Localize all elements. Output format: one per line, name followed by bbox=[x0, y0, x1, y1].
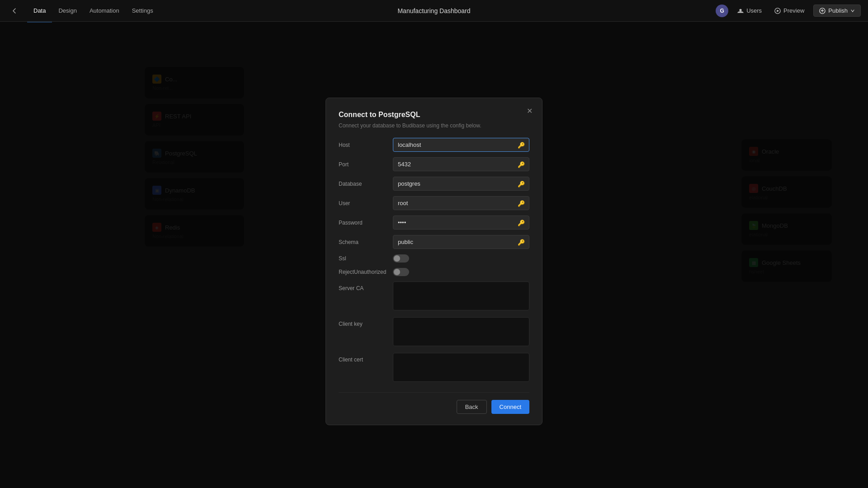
host-label: Host bbox=[339, 142, 393, 148]
tab-data[interactable]: Data bbox=[27, 5, 52, 17]
port-label: Port bbox=[339, 161, 393, 168]
client-key-label: Client key bbox=[339, 317, 393, 327]
tab-design[interactable]: Design bbox=[52, 5, 83, 17]
schema-row: Schema 🔑 bbox=[339, 235, 529, 249]
password-label: Password bbox=[339, 220, 393, 226]
topnav-right: G Users Preview Publish bbox=[716, 5, 861, 17]
publish-button[interactable]: Publish bbox=[813, 5, 861, 17]
port-input[interactable] bbox=[393, 157, 529, 171]
users-label: Users bbox=[746, 7, 762, 14]
modal-close-button[interactable]: ✕ bbox=[524, 105, 535, 116]
avatar[interactable]: G bbox=[716, 5, 728, 17]
tab-automation[interactable]: Automation bbox=[83, 5, 126, 17]
schema-label: Schema bbox=[339, 239, 393, 245]
client-key-input-wrap bbox=[393, 317, 529, 347]
user-row: User 🔑 bbox=[339, 196, 529, 210]
database-row: Database 🔑 bbox=[339, 177, 529, 191]
server-ca-row: Server CA bbox=[339, 282, 529, 312]
schema-edit-icon[interactable]: 🔑 bbox=[518, 239, 525, 245]
host-input-wrap: 🔑 bbox=[393, 138, 529, 152]
client-cert-label: Client cert bbox=[339, 353, 393, 363]
reject-unauthorized-toggle[interactable] bbox=[393, 268, 409, 276]
reject-unauthorized-label: RejectUnauthorized bbox=[339, 269, 393, 275]
schema-input-wrap: 🔑 bbox=[393, 235, 529, 249]
ssl-toggle[interactable] bbox=[393, 254, 409, 263]
client-key-row: Client key bbox=[339, 317, 529, 347]
reject-unauthorized-row: RejectUnauthorized bbox=[339, 268, 529, 276]
svg-marker-1 bbox=[777, 9, 779, 12]
schema-input[interactable] bbox=[393, 235, 529, 249]
preview-icon bbox=[774, 8, 781, 14]
password-input-wrap: 🔑 bbox=[393, 216, 529, 230]
password-edit-icon[interactable]: 🔑 bbox=[518, 219, 525, 226]
topnav-left: Data Design Automation Settings bbox=[7, 4, 160, 18]
port-row: Port 🔑 bbox=[339, 157, 529, 171]
server-ca-input-wrap bbox=[393, 282, 529, 312]
postgresql-modal: ✕ Connect to PostgreSQL Connect your dat… bbox=[326, 98, 542, 425]
main-area: 🔷 Co... Non-rel... ⚡ REST API API 🐘 Post… bbox=[0, 22, 868, 488]
database-input-wrap: 🔑 bbox=[393, 177, 529, 191]
users-icon bbox=[737, 8, 744, 14]
ssl-row: Ssl bbox=[339, 254, 529, 263]
page-title: Manufacturing Dashboard bbox=[397, 7, 470, 14]
users-button[interactable]: Users bbox=[734, 5, 765, 16]
tab-settings[interactable]: Settings bbox=[126, 5, 160, 17]
client-key-textarea[interactable] bbox=[393, 317, 529, 346]
password-input[interactable] bbox=[393, 216, 529, 230]
port-edit-icon[interactable]: 🔑 bbox=[518, 161, 525, 168]
ssl-label: Ssl bbox=[339, 255, 393, 262]
back-button[interactable]: Back bbox=[457, 400, 487, 414]
password-row: Password 🔑 bbox=[339, 216, 529, 230]
chevron-down-icon bbox=[850, 9, 855, 13]
modal-title: Connect to PostgreSQL bbox=[339, 111, 529, 119]
publish-label: Publish bbox=[828, 7, 848, 14]
user-input[interactable] bbox=[393, 196, 529, 210]
preview-button[interactable]: Preview bbox=[771, 5, 808, 16]
host-edit-icon[interactable]: 🔑 bbox=[518, 141, 525, 148]
nav-tabs: Data Design Automation Settings bbox=[27, 5, 160, 17]
server-ca-label: Server CA bbox=[339, 282, 393, 291]
client-cert-textarea[interactable] bbox=[393, 353, 529, 382]
back-button[interactable] bbox=[7, 4, 22, 18]
server-ca-textarea[interactable] bbox=[393, 282, 529, 310]
modal-footer: Back Connect bbox=[339, 392, 529, 414]
user-input-wrap: 🔑 bbox=[393, 196, 529, 210]
database-edit-icon[interactable]: 🔑 bbox=[518, 180, 525, 187]
client-cert-row: Client cert bbox=[339, 353, 529, 383]
user-edit-icon[interactable]: 🔑 bbox=[518, 200, 525, 206]
connect-button[interactable]: Connect bbox=[491, 400, 529, 414]
database-input[interactable] bbox=[393, 177, 529, 191]
preview-label: Preview bbox=[783, 7, 804, 14]
client-cert-input-wrap bbox=[393, 353, 529, 383]
host-row: Host 🔑 bbox=[339, 138, 529, 152]
database-label: Database bbox=[339, 181, 393, 187]
user-label: User bbox=[339, 200, 393, 206]
port-input-wrap: 🔑 bbox=[393, 157, 529, 171]
topnav: Data Design Automation Settings Manufact… bbox=[0, 0, 868, 22]
modal-subtitle: Connect your database to Budibase using … bbox=[339, 122, 529, 129]
host-input[interactable] bbox=[393, 138, 529, 152]
publish-icon bbox=[819, 8, 826, 14]
